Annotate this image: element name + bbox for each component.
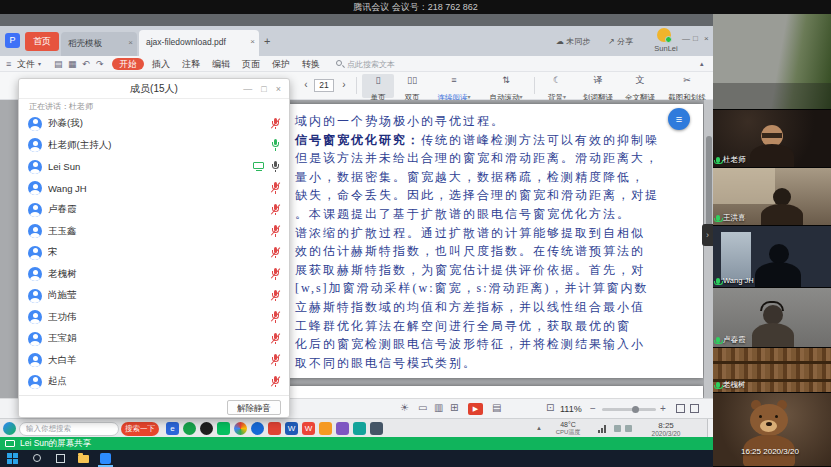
collapse-video-column-button[interactable]: › <box>702 224 713 246</box>
close-window-button[interactable]: × <box>704 34 709 43</box>
menu-protect[interactable]: 保护 <box>272 56 290 72</box>
taskbar-app-icon[interactable]: W <box>302 422 315 435</box>
menu-page[interactable]: 页面 <box>242 56 260 72</box>
view-single-page-button[interactable]: ▯ 单页 <box>362 74 394 98</box>
member-row[interactable]: 王宝娟 <box>19 328 289 350</box>
close-icon[interactable]: × <box>250 30 255 54</box>
share-button[interactable]: ↗ 分享 <box>608 36 633 47</box>
member-row[interactable]: 宋 <box>19 242 289 264</box>
doc-tab-pdf[interactable]: ajax-filedownload.pdf × <box>139 30 259 56</box>
start-button[interactable] <box>7 453 18 464</box>
single-view-icon[interactable]: ▭ <box>418 402 427 413</box>
video-tile[interactable]: Wang JH <box>713 226 831 288</box>
word-translate-button[interactable]: 译 划词翻译 <box>578 74 618 98</box>
member-row[interactable]: Wang JH <box>19 178 289 200</box>
tray-icon[interactable] <box>614 425 621 432</box>
meeting-app-button[interactable] <box>100 453 111 464</box>
taskbar-app-icon[interactable] <box>319 422 332 435</box>
muted-mic-icon[interactable] <box>270 118 280 130</box>
network-icon[interactable] <box>598 425 608 433</box>
sync-status-button[interactable]: ☁ 未同步 <box>556 36 590 47</box>
thumbnail-view-icon[interactable]: ▤ <box>492 402 501 413</box>
taskbar-app-icon[interactable] <box>234 422 247 435</box>
redo-icon[interactable]: ↷ <box>96 56 104 72</box>
mic-icon[interactable] <box>270 161 280 173</box>
muted-mic-icon[interactable] <box>270 376 280 388</box>
taskbar-app-icon[interactable] <box>183 422 196 435</box>
muted-mic-icon[interactable] <box>270 333 280 345</box>
member-row[interactable]: 王功伟 <box>19 307 289 329</box>
eye-protect-icon[interactable]: ☀ <box>400 402 409 413</box>
member-row[interactable]: 杜老师(主持人) <box>19 135 289 157</box>
taskbar-app-icon[interactable] <box>336 422 349 435</box>
muted-mic-icon[interactable] <box>270 182 280 194</box>
task-view-button[interactable] <box>56 454 65 463</box>
continuous-read-button[interactable]: ≡ 连续阅读▾ <box>430 74 478 98</box>
taskbar-search-input[interactable] <box>19 422 119 436</box>
tray-expand-icon[interactable]: ▲ <box>536 425 542 431</box>
zoom-slider-knob[interactable] <box>632 406 639 413</box>
restore-window-button[interactable]: □ <box>693 34 698 43</box>
prev-page-button[interactable]: ‹ <box>300 77 312 93</box>
view-two-page-button[interactable]: ▯▯ 双页 <box>396 74 428 98</box>
taskbar-app-icon[interactable] <box>370 422 383 435</box>
close-icon[interactable]: × <box>128 32 133 54</box>
taskbar-clock[interactable]: 8:25 2020/3/20 <box>640 421 692 438</box>
fit-width-icon[interactable] <box>690 404 699 413</box>
new-tab-button[interactable]: + <box>264 35 270 47</box>
fit-page-icon[interactable]: ⊡ <box>546 402 554 413</box>
screenshot-button[interactable]: ✂ 截图和划线 <box>662 74 712 98</box>
video-tile[interactable]: 王洪喜 <box>713 168 831 226</box>
menu-insert[interactable]: 插入 <box>152 56 170 72</box>
muted-mic-icon[interactable] <box>270 247 280 259</box>
scrollbar[interactable] <box>704 100 713 398</box>
zoom-out-button[interactable]: − <box>590 403 596 414</box>
self-video-tile[interactable]: 16:25 2020/3/20 <box>713 393 831 467</box>
search-widget-icon[interactable] <box>3 422 16 435</box>
minimize-icon[interactable]: — <box>243 84 252 94</box>
member-row[interactable]: 孙淼(我) <box>19 113 289 135</box>
member-row[interactable]: 王玉鑫 <box>19 221 289 243</box>
menu-convert[interactable]: 转换 <box>302 56 320 72</box>
video-tile[interactable] <box>713 14 831 110</box>
taskbar-app-icon[interactable] <box>217 422 230 435</box>
next-page-button[interactable]: › <box>338 77 350 93</box>
menu-start[interactable]: 开始 <box>112 58 144 70</box>
document-search-input[interactable] <box>347 57 443 71</box>
member-row[interactable]: 尚施莹 <box>19 285 289 307</box>
taskbar-app-icon[interactable] <box>268 422 281 435</box>
page-number-input[interactable]: 21 <box>314 79 334 92</box>
menu-annotate[interactable]: 注释 <box>182 56 200 72</box>
taskbar-search-button[interactable]: 搜索一下 <box>121 422 159 436</box>
full-translate-button[interactable]: 文 全文翻译 <box>620 74 660 98</box>
member-row[interactable]: 卢春霞 <box>19 199 289 221</box>
taskbar-app-icon[interactable]: e <box>166 422 179 435</box>
tray-icon[interactable] <box>625 425 632 432</box>
taskbar-app-icon[interactable] <box>353 422 366 435</box>
print-icon[interactable]: ▦ <box>68 56 77 72</box>
close-icon[interactable]: × <box>276 84 281 94</box>
account-avatar[interactable] <box>657 28 671 42</box>
muted-mic-icon[interactable] <box>270 204 280 216</box>
home-tab[interactable]: 首页 <box>25 32 59 51</box>
menu-file[interactable]: 文件 <box>17 56 35 72</box>
member-row[interactable]: 起点 <box>19 371 289 393</box>
taskbar-app-icon[interactable]: W <box>285 422 298 435</box>
active-mic-icon[interactable] <box>270 139 280 151</box>
hamburger-icon[interactable]: ≡ <box>6 56 11 72</box>
double-view-icon[interactable]: ▥ <box>434 402 443 413</box>
unmute-button[interactable]: 解除静音 <box>227 400 281 415</box>
doc-tab-template[interactable]: 稻壳模板 × <box>61 32 137 56</box>
muted-mic-icon[interactable] <box>270 311 280 323</box>
video-tile[interactable]: 老槐树 <box>713 348 831 393</box>
taskbar-app-icon[interactable] <box>200 422 213 435</box>
play-presentation-button[interactable]: ▶ <box>468 403 483 415</box>
undo-icon[interactable]: ↶ <box>82 56 90 72</box>
fullscreen-icon[interactable] <box>676 404 685 413</box>
taskbar-search-button[interactable] <box>33 454 41 462</box>
floating-tool-button[interactable]: ≡ <box>668 108 690 130</box>
video-tile[interactable]: 杜老师 <box>713 110 831 168</box>
file-explorer-button[interactable] <box>78 455 89 463</box>
maximize-icon[interactable]: □ <box>261 84 266 94</box>
muted-mic-icon[interactable] <box>270 354 280 366</box>
